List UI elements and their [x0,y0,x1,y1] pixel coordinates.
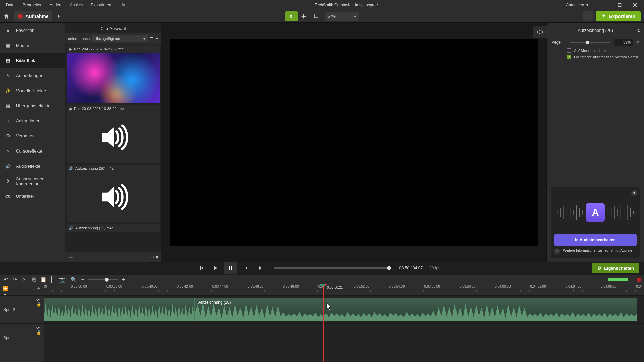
snapshot-button[interactable]: 📷 [58,276,66,283]
copy-button[interactable]: ⎘ [30,276,38,283]
tab-visual-effects[interactable]: ✨Visuelle Effekte [0,83,65,98]
track-1[interactable] [44,323,644,352]
reset-button[interactable]: ↻ [637,28,641,33]
tab-animations[interactable]: ➔Animationen [0,113,65,128]
mono-label: Auf Mono mischen [574,49,606,53]
split-button[interactable]: ⎮⎮ [49,276,56,283]
pause-button[interactable] [224,262,237,274]
track-header-1[interactable]: Spur 1 👁🔒 [0,323,44,352]
window-close-button[interactable] [628,1,642,9]
add-track-button[interactable]: ＋ [36,285,42,291]
add-media-button[interactable]: ＋ [68,253,74,261]
menu-modify[interactable]: Ändern [46,1,66,9]
audio-icon: 🔊 [69,226,73,230]
tab-favorites[interactable]: ★Favoriten [0,23,65,38]
menu-export[interactable]: Exportieren [87,1,114,9]
thumbnail-size-slider[interactable]: ■ [156,254,158,260]
export-button[interactable]: Exportieren [596,11,641,21]
window-maximize-button[interactable] [612,1,627,9]
playhead[interactable]: 0:03:50;21 [323,284,324,362]
svg-rect-19 [229,266,230,270]
download-assets-button[interactable] [583,11,593,21]
undo-button[interactable]: ↶ [2,276,9,283]
scrub-slider[interactable] [274,267,391,269]
menu-edit[interactable]: Bearbeiten [19,1,46,9]
sort-dropdown[interactable]: Hinzugefügt am▾ [92,35,148,42]
record-split-button[interactable] [54,11,64,21]
record-button[interactable]: Aufnahme [14,11,52,21]
media-clip-2[interactable]: 🔊Aufzeichnung (20).m4a [67,165,160,222]
timeline-clip-prev[interactable] [44,298,195,321]
track-2[interactable]: Aufzeichnung (20) [44,295,644,323]
help-icon[interactable]: ? [554,248,560,254]
step-forward-button[interactable] [255,263,266,273]
view-list-icon[interactable]: ☰ [150,37,153,41]
timeline-clip-selected[interactable]: Aufzeichnung (20) [195,298,637,321]
tab-narration[interactable]: 🎙Gesprochener Kommentar [0,174,65,189]
login-button[interactable]: Anmelden ▾ [562,1,592,9]
properties-button[interactable]: ⚙ Eigenschaften [592,263,639,273]
audiate-edit-button[interactable]: In Audiate bearbeiten [554,234,637,246]
paste-button[interactable]: 📋 [40,276,47,283]
magnet-button[interactable]: ⏩ [2,285,8,291]
media-clip-3[interactable]: 🔊Aufzeichnung (22).m4a [67,224,160,232]
behaviors-icon: ✪ [5,133,11,138]
play-button[interactable] [210,263,221,273]
timeline-zoom-slider[interactable] [88,279,118,280]
menu-file[interactable]: Datei [3,1,19,9]
playback-bar: 03:50 / 04:07 30 fps ⚙ Eigenschaften [0,262,644,275]
audio-icon: 🔊 [69,166,73,171]
tab-captions[interactable]: CCUntertitel [0,189,65,204]
library-icon: ▤ [5,58,11,63]
view-detail-icon[interactable]: ≣ [155,37,158,41]
track-header-2[interactable]: Spur 2 👁🔒 [0,295,44,323]
track-lock-icon[interactable]: 🔒 [36,330,41,334]
track-visible-icon[interactable]: 👁 [36,298,41,301]
level-value[interactable]: 39% [614,39,633,46]
mono-checkbox[interactable] [567,48,571,53]
prev-clip-button[interactable] [196,263,207,273]
tab-cursor-effects[interactable]: ↖Cursoreffekte [0,143,65,159]
step-back-button[interactable] [241,263,252,273]
level-slider[interactable] [570,42,610,43]
menu-help[interactable]: Hilfe [115,1,130,9]
tool-crop[interactable] [310,11,322,21]
menu-view[interactable]: Ansicht [67,1,87,9]
media-clip-1[interactable]: ◉Rec 20-03-2023-10-38-29.trec [67,105,160,163]
tool-pan[interactable] [298,11,310,21]
zoom-search-icon[interactable]: 🔍 [70,276,77,283]
preview-canvas[interactable] [170,39,538,246]
zoom-in-button[interactable]: ＋ [121,276,126,283]
level-reset-button[interactable]: ↻ [636,40,639,45]
timeline-toolbar: ↶ ↷ ✂ ⎘ 📋 ⎮⎮ 📷 🔍 － ＋ [0,275,644,284]
tab-library[interactable]: ▤Bibliothek [0,53,65,68]
redo-button[interactable]: ↷ [11,276,19,283]
zoom-out-button[interactable]: － [80,276,85,283]
tab-behaviors[interactable]: ✪Verhalten [0,128,65,143]
tab-annotations[interactable]: ✎Anmerkungen [0,68,65,83]
tool-select[interactable] [285,11,298,21]
cut-button[interactable]: ✂ [21,276,28,283]
ruler-label: 0:03:42;00 [177,285,193,288]
timeline-clip-label: Aufzeichnung (20) [198,300,634,305]
tab-transitions[interactable]: ▦Übergangseffekte [0,98,65,113]
normalize-checkbox[interactable] [567,55,571,59]
export-icon [601,14,606,19]
svg-rect-0 [618,4,621,7]
track-lock-icon[interactable]: 🔒 [36,302,41,305]
ruler-label: 0:03:44;00 [212,285,228,288]
cc-icon: CC [5,194,11,198]
media-clip-0[interactable]: ◉Rec 20-03-2023-10-35-32.trec [67,45,160,103]
home-button[interactable] [0,10,13,23]
window-minimize-button[interactable] [597,1,611,9]
ruler-label: 0:03:48;00 [283,285,299,288]
canvas-zoom-dropdown[interactable]: 57%▾ [325,12,359,21]
audio-tab-button[interactable] [533,26,547,38]
audio-thumbnail-icon [95,179,132,216]
tool-tabs: ★Favoriten ▣Medien ▤Bibliothek ✎Anmerkun… [0,23,65,262]
playback-fps[interactable]: 30 fps [429,266,440,270]
track-visible-icon[interactable]: 👁 [36,326,41,329]
tab-media[interactable]: ▣Medien [0,38,65,53]
tab-audio-effects[interactable]: 🔊Audioeffekte [0,159,65,174]
audiate-info-link[interactable]: Weitere Informationen zu TechSmith Audia… [563,248,632,254]
